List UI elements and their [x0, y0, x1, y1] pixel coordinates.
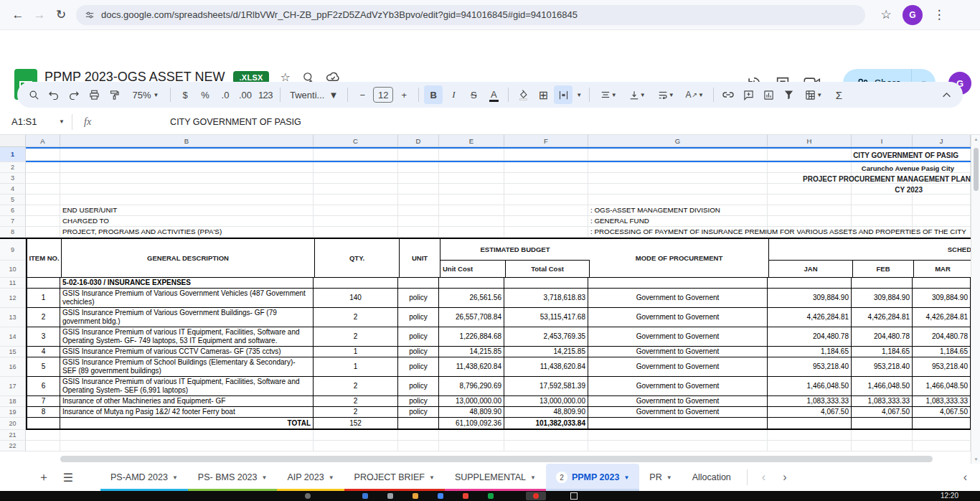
col-header-b[interactable]: B	[60, 135, 314, 147]
selected-range[interactable]: CITY GOVERNMENT OF PASIG	[26, 147, 971, 162]
cell-feb[interactable]: 4,067.50	[852, 407, 913, 418]
row-number[interactable]: 19	[0, 407, 26, 418]
cell-unit-cost[interactable]: 1,226,884.68	[439, 327, 504, 347]
col-header-d[interactable]: D	[398, 135, 439, 147]
cell-description[interactable]: GSIS Insurance Premium of various IT Equ…	[60, 377, 314, 396]
cell-description[interactable]: GSIS Insurance Premium of Various Govern…	[60, 289, 314, 308]
font-size-input[interactable]: 12	[373, 87, 393, 103]
sheet-row-5[interactable]: 5	[0, 195, 971, 205]
cell-mar[interactable]: 1,466,048.50	[913, 377, 971, 396]
cell-jan[interactable]: 4,426,284.81	[768, 308, 852, 327]
sheet-row-11[interactable]: 11 5-02-16-030 / INSURANCE EXPENSES	[0, 278, 971, 289]
cell-description[interactable]: GSIS Insurance Premium of various IT Equ…	[60, 327, 314, 347]
insert-comment-icon[interactable]	[739, 85, 758, 104]
table-row[interactable]: 16 5 GSIS Insurance Premium of School Bu…	[0, 357, 971, 377]
scroll-down-icon[interactable]: ▼	[971, 457, 980, 462]
cell-total-cost[interactable]: 17,592,581.39	[504, 377, 588, 396]
cell-mar[interactable]: 4,426,284.81	[913, 308, 971, 327]
cell-total-cost[interactable]: 48,809.90	[504, 407, 588, 418]
cell-mode[interactable]: Government to Governent	[588, 308, 768, 327]
cell-unit[interactable]: policy	[398, 347, 439, 357]
cell-total-cost[interactable]: 11,438,620.84	[504, 357, 588, 377]
header-unit-cost[interactable]: Unit Cost	[440, 261, 506, 277]
cell-mode[interactable]: Government to Governent	[588, 396, 768, 407]
cell-jan[interactable]: 309,884.90	[768, 289, 852, 308]
cell-unit[interactable]: policy	[398, 327, 439, 347]
cell-item-no[interactable]: 7	[26, 396, 60, 407]
cell-feb[interactable]: 4,426,284.81	[852, 308, 913, 327]
col-header-i[interactable]: I	[852, 135, 913, 147]
percent-format-button[interactable]: %	[196, 85, 215, 104]
more-formats-button[interactable]: 123	[256, 85, 275, 104]
cell-mode[interactable]: Government to Governent	[588, 377, 768, 396]
address-bar[interactable]: docs.google.com/spreadsheets/d/1RlbVWr_C…	[76, 5, 865, 25]
browser-menu-icon[interactable]: ⋮	[928, 4, 950, 26]
cell-unit-cost[interactable]: 11,438,620.84	[439, 357, 504, 377]
bookmark-star-icon[interactable]: ☆	[875, 4, 897, 26]
cell-unit-cost[interactable]: 26,561.56	[439, 289, 504, 308]
sheet-row-2[interactable]: 2 Caruncho Avenue Pasig City	[0, 162, 971, 173]
cell-qty[interactable]: 2	[314, 396, 398, 407]
all-sheets-icon[interactable]: ☰	[56, 467, 80, 488]
section-title-cell[interactable]: 5-02-16-030 / INSURANCE EXPENSES	[60, 278, 314, 289]
row-number[interactable]: 14	[0, 327, 26, 347]
header-description[interactable]: GENERAL DESCRIPTION	[62, 239, 315, 278]
strikethrough-button[interactable]: S	[464, 85, 483, 104]
print-icon[interactable]	[85, 85, 103, 104]
info-label[interactable]: END USER/UNIT	[60, 205, 314, 216]
info-label[interactable]: CHARGED TO	[60, 216, 314, 227]
cell-mode[interactable]: Government to Governent	[588, 357, 768, 377]
text-wrap-icon[interactable]: ▼	[652, 85, 679, 104]
info-value[interactable]: : GENERAL FUND	[588, 216, 768, 227]
forward-icon[interactable]: →	[29, 4, 50, 26]
col-header-g[interactable]: G	[588, 135, 768, 147]
table-row[interactable]: 17 6 GSIS Insurance Premium of various I…	[0, 377, 971, 396]
cell-description[interactable]: GSIS Insurance Premium of Various Govern…	[60, 308, 314, 327]
header-mar[interactable]: MAR	[914, 261, 971, 277]
table-row[interactable]: 12 1 GSIS Insurance Premium of Various G…	[0, 289, 971, 308]
cell-feb[interactable]: 1,466,048.50	[852, 377, 913, 396]
total-label[interactable]: TOTAL	[60, 418, 314, 430]
cell-unit[interactable]: policy	[398, 308, 439, 327]
scroll-up-icon[interactable]: ▲	[971, 137, 980, 141]
cell-feb[interactable]: 1,083,333.33	[852, 396, 913, 407]
cell-jan[interactable]: 4,067.50	[768, 407, 852, 418]
cell-description[interactable]: GSIS Insurance Premium of various CCTV C…	[60, 347, 314, 357]
text-color-button[interactable]: A	[484, 85, 503, 104]
header-schedule[interactable]: SCHED	[769, 239, 971, 261]
paint-format-icon[interactable]	[105, 85, 123, 104]
header-jan[interactable]: JAN	[769, 261, 853, 277]
vscroll-thumb[interactable]	[974, 148, 979, 191]
merge-dropdown-icon[interactable]: ▼	[574, 85, 584, 104]
bold-button[interactable]: B	[424, 85, 443, 104]
currency-format-button[interactable]: $	[176, 85, 194, 104]
info-value[interactable]: : PROCESSING OF PAYMENT OF INSURANCE PRE…	[588, 227, 768, 238]
sheet-row-7[interactable]: 7 CHARGED TO : GENERAL FUND	[0, 216, 971, 227]
tab-ps-amd-2023[interactable]: PS-AMD 2023▼	[100, 464, 188, 491]
sheet-row-4[interactable]: 4 CY 2023	[0, 184, 971, 195]
table-row[interactable]: 18 7 Insurance of other Machineries and …	[0, 396, 971, 407]
cell-item-no[interactable]: 2	[26, 308, 60, 327]
header-feb[interactable]: FEB	[853, 261, 914, 277]
col-header-e[interactable]: E	[439, 135, 504, 147]
cell-mar[interactable]: 204,480.78	[913, 327, 971, 347]
cell-item-no[interactable]: 3	[26, 327, 60, 347]
taskbar-icon[interactable]	[488, 493, 494, 499]
reload-icon[interactable]: ↻	[50, 4, 72, 26]
cell-feb[interactable]: 953,218.40	[852, 357, 913, 377]
row-number[interactable]: 13	[0, 308, 26, 327]
cell-qty[interactable]: 2	[314, 377, 398, 396]
undo-icon[interactable]	[44, 85, 63, 104]
cell-qty[interactable]: 2	[314, 308, 398, 327]
row-number[interactable]: 18	[0, 396, 26, 407]
table-row[interactable]: 15 4 GSIS Insurance Premium of various C…	[0, 347, 971, 357]
tabs-scroll-left-icon[interactable]: ‹	[753, 471, 774, 484]
cell-unit-cost[interactable]: 13,000,000.00	[439, 396, 504, 407]
header-unit[interactable]: UNIT	[400, 239, 440, 278]
cell-unit[interactable]: policy	[398, 407, 439, 418]
cell-mode[interactable]: Government to Governent	[588, 289, 768, 308]
back-icon[interactable]: ←	[7, 4, 29, 26]
cell-unit[interactable]: policy	[398, 396, 439, 407]
decrease-decimal-button[interactable]: .0	[216, 85, 235, 104]
header-estimated-budget[interactable]: ESTIMATED BUDGET	[440, 239, 590, 261]
